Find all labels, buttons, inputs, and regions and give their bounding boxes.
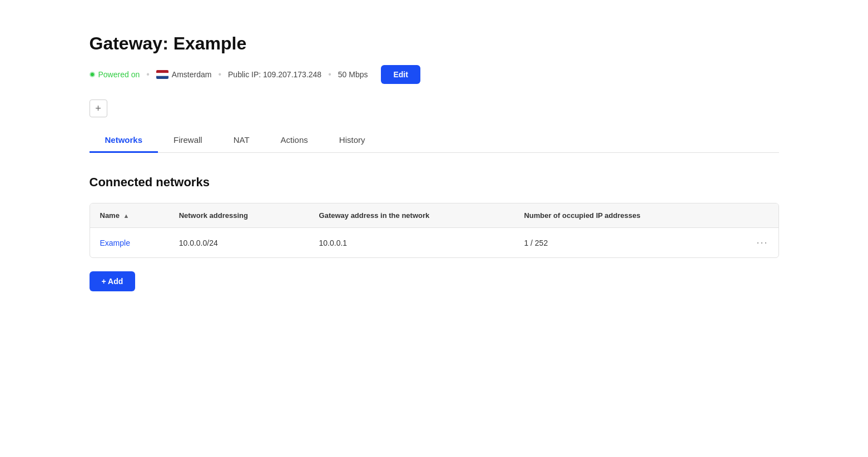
connected-networks-section: Connected networks Name ▲ Network addres… — [90, 175, 779, 291]
cell-occupied-ips: 1 / 252 — [514, 228, 728, 258]
separator-3: • — [328, 69, 331, 80]
col-occupied-ips: Number of occupied IP addresses — [514, 203, 728, 228]
tabs-container: Networks Firewall NAT Actions History — [90, 128, 779, 153]
powered-on-label: Powered on — [98, 70, 140, 79]
svg-rect-0 — [156, 70, 168, 73]
netherlands-flag-icon — [156, 70, 168, 79]
cell-row-actions[interactable]: ··· — [728, 228, 778, 258]
connected-networks-title: Connected networks — [90, 175, 779, 190]
svg-rect-1 — [156, 73, 168, 76]
col-gateway-address: Gateway address in the network — [309, 203, 514, 228]
sort-icon: ▲ — [123, 212, 130, 219]
location-label: Amsterdam — [172, 70, 212, 79]
tab-firewall[interactable]: Firewall — [158, 128, 218, 153]
add-tab-icon: + — [95, 103, 101, 115]
add-tab-button[interactable]: + — [90, 100, 107, 117]
edit-button[interactable]: Edit — [381, 65, 420, 84]
col-name: Name ▲ — [90, 203, 169, 228]
status-dot-icon — [90, 72, 95, 77]
svg-rect-2 — [156, 76, 168, 79]
table-row: Example 10.0.0.0/24 10.0.0.1 1 / 252 ··· — [90, 228, 778, 258]
cell-name: Example — [90, 228, 169, 258]
col-network-addressing: Network addressing — [169, 203, 309, 228]
status-bar: Powered on • Amsterdam • Public IP: 109.… — [90, 65, 779, 84]
add-network-button[interactable]: + Add — [90, 271, 136, 291]
col-actions-placeholder — [728, 203, 778, 228]
bandwidth-label: 50 Mbps — [338, 70, 368, 79]
tab-history[interactable]: History — [324, 128, 381, 153]
table-header-row: Name ▲ Network addressing Gateway addres… — [90, 203, 778, 228]
public-ip-label: Public IP: 109.207.173.248 — [228, 70, 321, 79]
network-link[interactable]: Example — [100, 239, 130, 247]
tab-networks[interactable]: Networks — [90, 128, 158, 153]
networks-table: Name ▲ Network addressing Gateway addres… — [90, 203, 778, 257]
cell-gateway-address: 10.0.0.1 — [309, 228, 514, 258]
separator-1: • — [146, 69, 150, 80]
tab-nat[interactable]: NAT — [218, 128, 265, 153]
page-title: Gateway: Example — [90, 33, 779, 54]
tab-actions[interactable]: Actions — [265, 128, 324, 153]
cell-network-addressing: 10.0.0.0/24 — [169, 228, 309, 258]
separator-2: • — [218, 69, 221, 80]
powered-on-status: Powered on — [90, 70, 140, 79]
location-info: Amsterdam — [156, 70, 212, 79]
networks-table-container: Name ▲ Network addressing Gateway addres… — [90, 203, 779, 258]
